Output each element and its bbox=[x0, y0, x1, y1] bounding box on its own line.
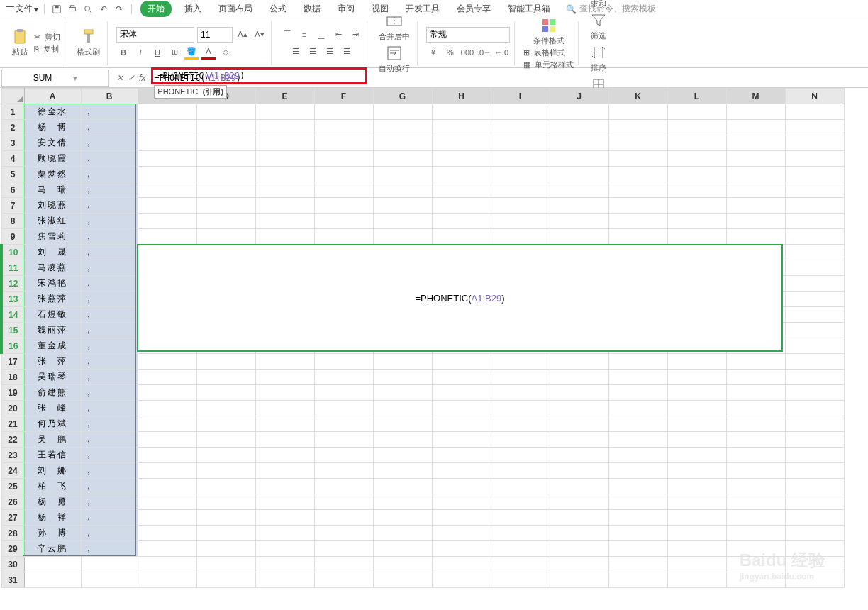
cell-H30[interactable] bbox=[432, 557, 491, 572]
cell-B22[interactable]: ， bbox=[81, 432, 138, 448]
row-header-5[interactable]: 5 bbox=[1, 167, 24, 182]
cell-M7[interactable] bbox=[726, 198, 785, 214]
cell-M18[interactable] bbox=[726, 370, 785, 385]
row-header-20[interactable]: 20 bbox=[1, 401, 24, 416]
cell-I18[interactable] bbox=[491, 370, 550, 385]
cell-A22[interactable]: 吴 鹏 bbox=[24, 432, 81, 448]
cell-E25[interactable] bbox=[255, 479, 314, 494]
cell-H11[interactable] bbox=[432, 260, 491, 276]
cell-D3[interactable] bbox=[196, 135, 255, 151]
cell-I14[interactable] bbox=[491, 307, 550, 323]
cell-M8[interactable] bbox=[726, 214, 785, 229]
cell-D7[interactable] bbox=[196, 198, 255, 214]
cell-I17[interactable] bbox=[491, 354, 550, 370]
cell-E24[interactable] bbox=[255, 463, 314, 479]
cell-D14[interactable] bbox=[196, 307, 255, 323]
cell-G11[interactable] bbox=[373, 260, 432, 276]
cell-L4[interactable] bbox=[667, 151, 726, 167]
cell-E1[interactable] bbox=[255, 104, 314, 120]
cell-N23[interactable] bbox=[785, 448, 844, 463]
cell-E22[interactable] bbox=[255, 432, 314, 448]
cell-J8[interactable] bbox=[550, 214, 608, 229]
cell-C17[interactable] bbox=[138, 354, 196, 370]
decrease-font-icon[interactable]: A▾ bbox=[252, 28, 267, 42]
cell-J5[interactable] bbox=[550, 167, 608, 182]
row-header-31[interactable]: 31 bbox=[1, 572, 24, 588]
cell-J13[interactable] bbox=[550, 292, 608, 307]
cell-N25[interactable] bbox=[785, 479, 844, 494]
cell-H4[interactable] bbox=[432, 151, 491, 167]
cell-N13[interactable] bbox=[785, 292, 844, 307]
cell-K8[interactable] bbox=[608, 214, 667, 229]
cell-L21[interactable] bbox=[667, 416, 726, 432]
cell-H16[interactable] bbox=[432, 338, 491, 354]
cell-B27[interactable]: ， bbox=[81, 510, 138, 526]
cell-K21[interactable] bbox=[608, 416, 667, 432]
cell-D23[interactable] bbox=[196, 448, 255, 463]
font-color-button[interactable]: A bbox=[201, 45, 216, 60]
cell-A17[interactable]: 张 萍 bbox=[24, 354, 81, 370]
row-header-29[interactable]: 29 bbox=[1, 541, 24, 557]
align-left-icon[interactable]: ☰ bbox=[289, 45, 303, 59]
filter-button[interactable]: 筛选 bbox=[587, 11, 610, 43]
cell-L12[interactable] bbox=[667, 276, 726, 292]
cell-H10[interactable] bbox=[432, 245, 491, 260]
cell-D31[interactable] bbox=[196, 572, 255, 588]
cell-I9[interactable] bbox=[491, 229, 550, 245]
cell-C23[interactable] bbox=[138, 448, 196, 463]
cell-L30[interactable] bbox=[667, 557, 726, 572]
cell-C25[interactable] bbox=[138, 479, 196, 494]
cell-K29[interactable] bbox=[608, 541, 667, 557]
row-header-1[interactable]: 1 bbox=[1, 104, 24, 120]
cell-K20[interactable] bbox=[608, 401, 667, 416]
cell-K23[interactable] bbox=[608, 448, 667, 463]
cell-D21[interactable] bbox=[196, 416, 255, 432]
cell-F23[interactable] bbox=[314, 448, 373, 463]
cell-G21[interactable] bbox=[373, 416, 432, 432]
cell-K6[interactable] bbox=[608, 182, 667, 198]
cell-L23[interactable] bbox=[667, 448, 726, 463]
cell-I4[interactable] bbox=[491, 151, 550, 167]
cell-G15[interactable] bbox=[373, 323, 432, 338]
cell-I22[interactable] bbox=[491, 432, 550, 448]
cell-K10[interactable] bbox=[608, 245, 667, 260]
cell-J27[interactable] bbox=[550, 510, 608, 526]
cell-M1[interactable] bbox=[726, 104, 785, 120]
cell-J4[interactable] bbox=[550, 151, 608, 167]
cell-L17[interactable] bbox=[667, 354, 726, 370]
cell-K19[interactable] bbox=[608, 385, 667, 401]
cell-B18[interactable]: ， bbox=[81, 370, 138, 385]
cell-E8[interactable] bbox=[255, 214, 314, 229]
column-header-G[interactable]: G bbox=[373, 89, 432, 104]
cell-J12[interactable] bbox=[550, 276, 608, 292]
cell-E13[interactable] bbox=[255, 292, 314, 307]
cell-C22[interactable] bbox=[138, 432, 196, 448]
cell-G10[interactable] bbox=[373, 245, 432, 260]
cell-B14[interactable]: ， bbox=[81, 307, 138, 323]
cell-J23[interactable] bbox=[550, 448, 608, 463]
align-center-icon[interactable]: ☰ bbox=[306, 45, 320, 59]
cell-A12[interactable]: 宋鸿艳 bbox=[24, 276, 81, 292]
font-size-combo[interactable] bbox=[197, 27, 233, 43]
cell-H21[interactable] bbox=[432, 416, 491, 432]
column-header-J[interactable]: J bbox=[550, 89, 608, 104]
cell-F2[interactable] bbox=[314, 120, 373, 135]
cell-N3[interactable] bbox=[785, 135, 844, 151]
cell-G1[interactable] bbox=[373, 104, 432, 120]
cell-B1[interactable]: ， bbox=[81, 104, 138, 120]
cell-J28[interactable] bbox=[550, 526, 608, 541]
cell-K12[interactable] bbox=[608, 276, 667, 292]
comma-icon[interactable]: 000 bbox=[460, 45, 474, 60]
row-header-19[interactable]: 19 bbox=[1, 385, 24, 401]
cell-E7[interactable] bbox=[255, 198, 314, 214]
cell-G13[interactable] bbox=[373, 292, 432, 307]
cell-J30[interactable] bbox=[550, 557, 608, 572]
cell-H27[interactable] bbox=[432, 510, 491, 526]
cell-I26[interactable] bbox=[491, 494, 550, 510]
paste-button[interactable]: 粘贴 bbox=[9, 27, 31, 59]
cell-M22[interactable] bbox=[726, 432, 785, 448]
italic-button[interactable]: I bbox=[133, 45, 148, 60]
cell-F13[interactable] bbox=[314, 292, 373, 307]
cell-F16[interactable] bbox=[314, 338, 373, 354]
cell-G17[interactable] bbox=[373, 354, 432, 370]
